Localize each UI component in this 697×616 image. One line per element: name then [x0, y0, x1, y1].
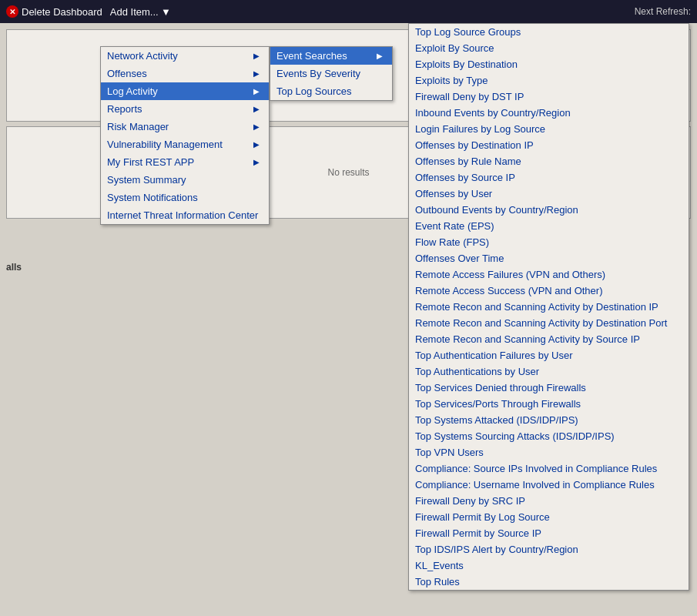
submenu-arrow-rest: ▶: [253, 158, 260, 166]
menu-item-offenses-over-time[interactable]: Offenses Over Time: [409, 250, 689, 266]
label-top-systems-attacked: Top Systems Attacked (IDS/IDP/IPS): [415, 414, 578, 426]
menu-item-offenses-rule-name[interactable]: Offenses by Rule Name: [409, 153, 689, 169]
menu-item-exploit-by-source[interactable]: Exploit By Source: [409, 40, 689, 56]
menu-item-firewall-deny-dst[interactable]: Firewall Deny by DST IP: [409, 89, 689, 105]
label-login-failures: Login Failures by Log Source: [415, 123, 545, 135]
menu-item-offenses-user[interactable]: Offenses by User: [409, 186, 689, 202]
menu-item-firewall-permit-log-source[interactable]: Firewall Permit By Log Source: [409, 509, 689, 525]
menu-item-offenses-dest-ip[interactable]: Offenses by Destination IP: [409, 137, 689, 153]
menu-item-compliance-source-ips[interactable]: Compliance: Source IPs Involved in Compl…: [409, 460, 689, 477]
submenu-arrow-network: ▶: [253, 52, 260, 60]
menu-item-reports-label: Reports: [107, 103, 142, 115]
label-offenses-rule-name: Offenses by Rule Name: [415, 156, 521, 167]
label-firewall-permit-source-ip: Firewall Permit by Source IP: [415, 527, 541, 539]
menu-item-event-rate-eps[interactable]: Event Rate (EPS): [409, 218, 689, 234]
menu-item-remote-access-failures[interactable]: Remote Access Failures (VPN and Others): [409, 266, 689, 283]
next-refresh-label: Next Refresh:: [635, 6, 691, 17]
label-top-auths-user: Top Authentications by User: [415, 366, 539, 377]
label-offenses-source-ip: Offenses by Source IP: [415, 172, 515, 183]
menu-item-remote-recon-dest-ip[interactable]: Remote Recon and Scanning Activity by De…: [409, 299, 689, 315]
menu-item-firewall-deny-src[interactable]: Firewall Deny by SRC IP: [409, 493, 689, 509]
label-remote-access-failures: Remote Access Failures (VPN and Others): [415, 269, 605, 280]
label-exploits-by-type: Exploits by Type: [415, 75, 488, 86]
menu-item-top-systems-sourcing[interactable]: Top Systems Sourcing Attacks (IDS/IDP/IP…: [409, 428, 689, 444]
menu-item-network-activity[interactable]: Network Activity ▶: [101, 47, 269, 65]
menu-item-events-severity-label: Events By Severity: [276, 68, 360, 79]
menu-item-rest-app[interactable]: My First REST APP ▶: [101, 153, 269, 171]
add-item-arrow: ▼: [161, 6, 171, 18]
menu-item-top-services-ports[interactable]: Top Services/Ports Through Firewalls: [409, 396, 689, 412]
menu-item-system-summary-label: System Summary: [107, 174, 186, 186]
menu-item-exploits-by-type[interactable]: Exploits by Type: [409, 72, 689, 89]
add-item-label: Add Item...: [110, 6, 159, 18]
label-kl-events: KL_Events: [415, 560, 464, 571]
menu-item-event-searches[interactable]: Event Searches ▶: [270, 47, 392, 65]
add-item-button[interactable]: Add Item... ▼: [110, 6, 171, 18]
menu-item-top-systems-attacked[interactable]: Top Systems Attacked (IDS/IDP/IPS): [409, 412, 689, 428]
label-compliance-source-ips: Compliance: Source IPs Involved in Compl…: [415, 463, 657, 474]
menu-item-offenses-source-ip[interactable]: Offenses by Source IP: [409, 169, 689, 186]
label-compliance-username: Compliance: Username Involved in Complia…: [415, 479, 655, 490]
menu-item-remote-access-success[interactable]: Remote Access Success (VPN and Other): [409, 283, 689, 299]
label-event-rate-eps: Event Rate (EPS): [415, 220, 494, 232]
menu-item-firewall-permit-source-ip[interactable]: Firewall Permit by Source IP: [409, 525, 689, 541]
menu-item-rest-app-label: My First REST APP: [107, 156, 194, 168]
menu-item-top-rules[interactable]: Top Rules: [409, 574, 689, 590]
menu-item-kl-events[interactable]: KL_Events: [409, 557, 689, 574]
menu-item-outbound-events-country[interactable]: Outbound Events by Country/Region: [409, 202, 689, 218]
label-exploit-by-source: Exploit By Source: [415, 42, 494, 54]
label-offenses-user: Offenses by User: [415, 188, 492, 199]
label-firewall-deny-src: Firewall Deny by SRC IP: [415, 495, 525, 507]
menu-item-reports[interactable]: Reports ▶: [101, 100, 269, 118]
label-firewall-deny-dst: Firewall Deny by DST IP: [415, 91, 524, 102]
menu-item-event-searches-label: Event Searches: [276, 50, 347, 62]
submenu-arrow-risk: ▶: [253, 122, 260, 131]
menu-item-events-by-severity[interactable]: Events By Severity: [270, 65, 392, 82]
label-top-ids-alert-country: Top IDS/IPS Alert by Country/Region: [415, 544, 578, 555]
menu-item-internet-threat[interactable]: Internet Threat Information Center: [101, 206, 269, 224]
menu-item-flow-rate-fps[interactable]: Flow Rate (FPS): [409, 234, 689, 250]
menu-item-log-activity[interactable]: Log Activity ▶: [101, 82, 269, 100]
menu-item-system-summary[interactable]: System Summary: [101, 171, 269, 189]
menu-item-remote-recon-source-ip[interactable]: Remote Recon and Scanning Activity by So…: [409, 331, 689, 347]
top-bar: ✕ Delete Dashboard Add Item... ▼ Next Re…: [0, 0, 697, 23]
menu-level3: Top Log Source Groups Exploit By Source …: [408, 23, 689, 591]
delete-dashboard-label: Delete Dashboard: [22, 6, 102, 18]
menu-item-top-log-sources[interactable]: Top Log Sources: [270, 82, 392, 100]
label-flow-rate-fps: Flow Rate (FPS): [415, 236, 489, 248]
label-remote-recon-dest-port: Remote Recon and Scanning Activity by De…: [415, 317, 667, 329]
menu-item-log-activity-label: Log Activity: [107, 85, 158, 97]
submenu-arrow-event-searches: ▶: [377, 52, 383, 60]
menu-item-inbound-events-country[interactable]: Inbound Events by Country/Region: [409, 105, 689, 121]
menu-item-top-log-source-groups[interactable]: Top Log Source Groups: [409, 24, 689, 40]
menu-item-top-auths-user[interactable]: Top Authentications by User: [409, 363, 689, 380]
label-exploits-by-destination: Exploits By Destination: [415, 59, 518, 70]
label-top-vpn-users: Top VPN Users: [415, 447, 484, 458]
menu-level2: Event Searches ▶ Events By Severity Top …: [270, 46, 393, 101]
label-remote-recon-source-ip: Remote Recon and Scanning Activity by So…: [415, 333, 640, 345]
label-offenses-dest-ip: Offenses by Destination IP: [415, 139, 534, 151]
menu-item-internet-threat-label: Internet Threat Information Center: [107, 209, 258, 221]
menu-item-top-services-denied[interactable]: Top Services Denied through Firewalls: [409, 380, 689, 396]
menu-item-login-failures[interactable]: Login Failures by Log Source: [409, 121, 689, 137]
menu-item-compliance-username[interactable]: Compliance: Username Involved in Complia…: [409, 477, 689, 493]
label-firewall-permit-log-source: Firewall Permit By Log Source: [415, 511, 550, 523]
label-top-systems-sourcing: Top Systems Sourcing Attacks (IDS/IDP/IP…: [415, 430, 615, 442]
label-outbound-events-country: Outbound Events by Country/Region: [415, 204, 578, 216]
menu-item-top-auth-failures[interactable]: Top Authentication Failures by User: [409, 347, 689, 363]
no-results-2: No results: [327, 167, 369, 178]
menu-level1: Network Activity ▶ Offenses ▶ Log Activi…: [100, 46, 270, 225]
menu-item-offenses[interactable]: Offenses ▶: [101, 65, 269, 82]
menu-item-top-vpn-users[interactable]: Top VPN Users: [409, 444, 689, 460]
menu-item-risk-manager[interactable]: Risk Manager ▶: [101, 118, 269, 136]
label-offenses-over-time: Offenses Over Time: [415, 253, 504, 264]
delete-icon: ✕: [6, 5, 18, 18]
delete-dashboard-button[interactable]: ✕ Delete Dashboard: [6, 5, 102, 18]
menu-item-system-notifications[interactable]: System Notifications: [101, 189, 269, 206]
menu-item-vulnerability[interactable]: Vulnerability Management ▶: [101, 136, 269, 153]
menu-item-exploits-by-destination[interactable]: Exploits By Destination: [409, 56, 689, 72]
label-top-log-source-groups: Top Log Source Groups: [415, 26, 521, 38]
menu-item-remote-recon-dest-port[interactable]: Remote Recon and Scanning Activity by De…: [409, 315, 689, 331]
menu-item-top-ids-alert-country[interactable]: Top IDS/IPS Alert by Country/Region: [409, 541, 689, 557]
submenu-arrow-vuln: ▶: [253, 140, 260, 149]
